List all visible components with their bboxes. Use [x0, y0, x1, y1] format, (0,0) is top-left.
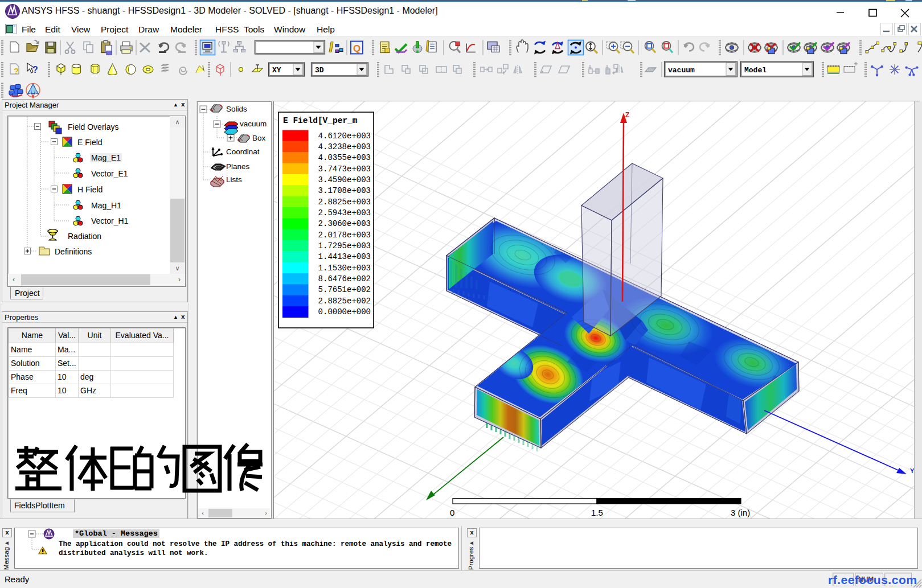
svg-text:Z: Z	[625, 111, 629, 119]
svg-text:vacuum: vacuum	[668, 66, 695, 75]
svg-text:4.6120e+003: 4.6120e+003	[318, 131, 371, 141]
svg-text:0: 0	[450, 508, 454, 517]
svg-text:Model: Model	[744, 66, 767, 75]
svg-text:1.7295e+003: 1.7295e+003	[318, 241, 371, 250]
svg-text:3D: 3D	[315, 66, 324, 75]
svg-text:3 (in): 3 (in)	[731, 508, 750, 517]
svg-text:3.4590e+003: 3.4590e+003	[318, 175, 371, 184]
svg-text:XY: XY	[272, 66, 281, 75]
svg-text:1.5: 1.5	[591, 508, 603, 517]
svg-text:0.0000e+000: 0.0000e+000	[318, 307, 371, 316]
svg-text:3.1708e+003: 3.1708e+003	[318, 186, 371, 195]
svg-text:1.4413e+003: 1.4413e+003	[318, 252, 371, 261]
svg-text:2.5943e+003: 2.5943e+003	[318, 208, 371, 217]
svg-text:E Field[V_per_m: E Field[V_per_m	[283, 116, 358, 125]
svg-text:2.0178e+003: 2.0178e+003	[318, 231, 371, 240]
svg-text:2.8825e+003: 2.8825e+003	[318, 198, 371, 207]
svg-text:2.8825e+002: 2.8825e+002	[318, 297, 371, 306]
svg-text:1.1530e+003: 1.1530e+003	[318, 264, 371, 273]
svg-text:3.7473e+003: 3.7473e+003	[318, 165, 371, 174]
svg-text:5.7651e+002: 5.7651e+002	[318, 285, 371, 294]
svg-text:8.6476e+002: 8.6476e+002	[318, 274, 371, 283]
svg-text:Q: Q	[353, 43, 360, 54]
svg-text:4.3238e+003: 4.3238e+003	[318, 142, 371, 151]
svg-text:2.3060e+003: 2.3060e+003	[318, 219, 371, 228]
svg-text:4.0355e+003: 4.0355e+003	[318, 153, 371, 162]
